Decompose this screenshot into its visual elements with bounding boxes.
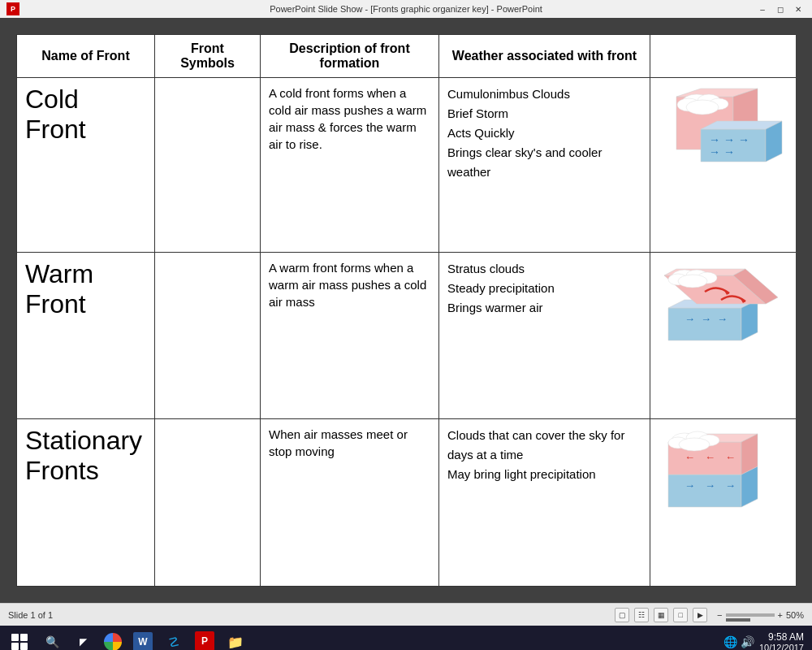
explorer-taskbar[interactable]: 📁 [221, 627, 250, 650]
normal-view-button[interactable]: ▢ [615, 608, 629, 622]
clock-time: 9:58 AM [759, 631, 804, 643]
slideshow-button[interactable]: ▶ [693, 608, 707, 622]
taskbar[interactable]: 🔍 ◤ W ☡ P 📁 🌐 🔊 9:58 AM 10/12/2017 [0, 626, 812, 650]
svg-text:→: → [705, 479, 715, 492]
windows-logo [11, 634, 28, 650]
svg-text:→: → [709, 145, 720, 158]
task-view-button[interactable]: ◤ [68, 627, 97, 650]
stationary-front-row: StationaryFronts When air masses meet or… [17, 419, 797, 587]
header-weather: Weather associated with front [439, 35, 650, 78]
outline-view-button[interactable]: ☷ [634, 608, 649, 622]
reading-view-button[interactable]: □ [673, 608, 688, 622]
svg-point-42 [679, 438, 710, 451]
stationary-front-illustration: ← ← ← → → → [660, 426, 786, 515]
explorer-icon: 📁 [226, 632, 245, 650]
header-description: Description of front formation [261, 35, 439, 78]
zoom-in-button[interactable]: + [778, 610, 783, 620]
cold-front-symbols [155, 78, 261, 253]
warm-front-symbols [155, 252, 261, 419]
svg-text:←: ← [725, 451, 736, 463]
cold-front-name: ColdFront [17, 78, 155, 253]
svg-text:→: → [717, 313, 728, 325]
svg-text:←: ← [705, 451, 715, 463]
zoom-level: 50% [786, 610, 804, 620]
cold-front-row: ColdFront A cold front forms when a cold… [17, 78, 797, 253]
close-button[interactable]: ✕ [791, 2, 806, 15]
header-name: Name of Front [17, 35, 155, 78]
taskbar-right: 🌐 🔊 9:58 AM 10/12/2017 [723, 631, 809, 650]
slide-area: Name of Front Front Symbols Description … [0, 18, 812, 603]
system-tray[interactable]: 🌐 🔊 [723, 635, 754, 648]
svg-text:→: → [701, 313, 711, 325]
stationary-front-description: When air masses meet or stop moving [261, 419, 439, 587]
window-controls[interactable]: – ◻ ✕ [755, 2, 806, 15]
clock[interactable]: 9:58 AM 10/12/2017 [759, 631, 804, 650]
svg-text:←: ← [685, 451, 695, 463]
stationary-front-image-cell: ← ← ← → → → [650, 419, 797, 587]
restore-button[interactable]: ◻ [773, 2, 788, 15]
warm-front-weather: Stratus cloudsSteady precipitationBrings… [439, 252, 650, 419]
title-bar-text: PowerPoint Slide Show - [Fronts graphic … [270, 4, 542, 14]
ppt-icon: P [195, 631, 214, 651]
svg-point-10 [686, 100, 719, 115]
slide-info: Slide 1 of 1 [8, 610, 53, 620]
sound-icon: 🔊 [741, 635, 754, 648]
stationary-front-weather: Clouds that can cover the sky for days a… [439, 419, 650, 587]
task-view-icon: ◤ [73, 632, 93, 650]
ie-taskbar[interactable]: ☡ [159, 627, 188, 650]
word-icon: W [133, 632, 153, 650]
powerpoint-icon: P [6, 2, 19, 15]
cold-front-illustration: → → → → → [660, 84, 786, 174]
word-taskbar[interactable]: W [128, 627, 158, 650]
svg-text:→: → [738, 133, 749, 146]
status-right: ▢ ☷ ▦ □ ▶ − + 50% [615, 608, 804, 622]
warm-front-description: A warm front forms when a warm air mass … [261, 252, 439, 419]
zoom-controls[interactable]: − + 50% [717, 610, 804, 620]
warm-front-illustration: → → → [660, 259, 786, 349]
stationary-front-name: StationaryFronts [17, 419, 155, 587]
cold-front-image-cell: → → → → → [650, 78, 797, 253]
start-button[interactable] [3, 627, 36, 650]
zoom-out-button[interactable]: − [717, 610, 722, 620]
warm-front-name: WarmFront [17, 252, 155, 419]
network-icon: 🌐 [723, 635, 737, 648]
ie-icon: ☡ [164, 632, 184, 650]
slide-sorter-button[interactable]: ▦ [654, 608, 668, 622]
status-bar: Slide 1 of 1 ▢ ☷ ▦ □ ▶ − + 50% [0, 603, 812, 626]
header-image [650, 35, 797, 78]
search-icon: 🔍 [42, 632, 62, 650]
minimize-button[interactable]: – [755, 2, 770, 15]
warm-front-row: WarmFront A warm front forms when a warm… [17, 252, 797, 419]
view-icons[interactable]: ▢ ☷ ▦ □ ▶ [615, 608, 707, 622]
slide: Name of Front Front Symbols Description … [16, 34, 796, 587]
svg-text:→: → [723, 145, 735, 158]
svg-text:→: → [685, 479, 695, 492]
svg-text:→: → [685, 313, 695, 325]
chrome-taskbar[interactable] [99, 627, 127, 650]
search-taskbar-item[interactable]: 🔍 [37, 627, 67, 650]
svg-text:→: → [709, 133, 720, 146]
warm-front-image-cell: → → → [650, 252, 797, 419]
stationary-front-symbols [155, 419, 261, 587]
svg-text:→: → [723, 133, 735, 146]
zoom-slider[interactable] [726, 613, 775, 617]
chrome-icon [104, 633, 122, 650]
svg-point-26 [678, 275, 707, 288]
svg-text:→: → [725, 479, 736, 492]
header-symbols: Front Symbols [155, 35, 261, 78]
powerpoint-taskbar[interactable]: P [190, 627, 219, 650]
title-bar: P PowerPoint Slide Show - [Fronts graphi… [0, 0, 812, 18]
clock-date: 10/12/2017 [759, 643, 804, 650]
fronts-table: Name of Front Front Symbols Description … [16, 34, 796, 587]
cold-front-description: A cold front forms when a cold air mass … [261, 78, 439, 253]
cold-front-weather: Cumulonimbus CloudsBrief StormActs Quick… [439, 78, 650, 253]
